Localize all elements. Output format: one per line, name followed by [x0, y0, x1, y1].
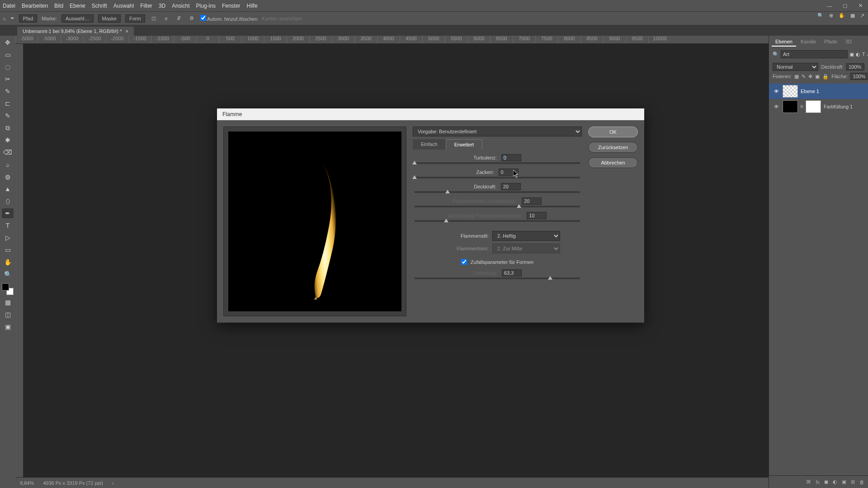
- link-icon[interactable]: ⌘: [806, 479, 811, 485]
- ok-button[interactable]: OK: [588, 127, 638, 137]
- panel-tab-pfade[interactable]: Pfade: [821, 38, 841, 47]
- menu-filter[interactable]: Filter: [140, 3, 152, 9]
- search-icon[interactable]: 🔍: [817, 13, 824, 19]
- tool-11[interactable]: ◍: [2, 172, 14, 182]
- tool-3[interactable]: ✂: [2, 74, 14, 84]
- group-icon[interactable]: ▣: [842, 479, 846, 485]
- deck-slider[interactable]: [415, 191, 580, 193]
- menu-bild[interactable]: Bild: [54, 3, 63, 9]
- tool-14[interactable]: ✒: [2, 208, 14, 218]
- share-icon[interactable]: ↗: [860, 13, 864, 19]
- tool-extra[interactable]: ◫: [2, 310, 14, 319]
- layer-row[interactable]: 👁Ebene 1: [769, 84, 868, 99]
- tool-4[interactable]: ✎: [2, 86, 14, 96]
- panel-tab-kanäle[interactable]: Kanäle: [797, 38, 820, 47]
- lock-position-icon[interactable]: ✎: [802, 74, 806, 80]
- home-icon[interactable]: ⌂: [3, 16, 6, 21]
- path-ops-icon[interactable]: ◫: [150, 14, 158, 23]
- menu-datei[interactable]: Datei: [3, 3, 15, 9]
- maximize-button[interactable]: ▢: [837, 0, 853, 11]
- tool-12[interactable]: ▲: [2, 184, 14, 194]
- shape-button[interactable]: Form: [125, 14, 145, 23]
- tab-advanced[interactable]: Erweitert: [446, 139, 482, 150]
- random-params-checkbox[interactable]: [461, 259, 467, 265]
- lock-pixels-icon[interactable]: ▦: [794, 74, 799, 80]
- hand-icon[interactable]: ✋: [839, 13, 845, 19]
- flame-style-label: Flammenstil:: [434, 233, 489, 239]
- menu-hilfe[interactable]: Hilfe: [247, 3, 258, 9]
- layer-row[interactable]: 👁⎘Farbfüllung 1: [769, 99, 868, 114]
- selection-button[interactable]: Auswahl…: [61, 14, 94, 23]
- document-tab[interactable]: Unbenannt-1 bei 9,84% (Ebene 1, RGB/8#) …: [17, 27, 134, 36]
- panel-tab-ebenen[interactable]: Ebenen: [772, 38, 796, 47]
- close-button[interactable]: ✕: [853, 0, 868, 11]
- turb-slider[interactable]: [415, 162, 580, 164]
- cancel-button[interactable]: Abbrechen: [588, 157, 638, 168]
- menu-ansicht[interactable]: Ansicht: [172, 3, 189, 9]
- adjust-icon[interactable]: ◐: [833, 479, 837, 485]
- visibility-icon[interactable]: 👁: [773, 104, 780, 109]
- tool-2[interactable]: ◌: [2, 62, 14, 72]
- mask-button[interactable]: Maske: [98, 14, 121, 23]
- workspace-icon[interactable]: ▦: [850, 13, 855, 19]
- auto-add-checkbox[interactable]: [200, 15, 206, 21]
- zack-slider[interactable]: [415, 177, 580, 178]
- opacity-input[interactable]: [846, 63, 864, 70]
- fx-icon[interactable]: fx: [816, 479, 820, 485]
- menu-bearbeiten[interactable]: Bearbeiten: [22, 3, 48, 9]
- tool-18[interactable]: ✋: [2, 257, 14, 267]
- menu-auswahl[interactable]: Auswahl: [113, 3, 134, 9]
- lock-move-icon[interactable]: ✥: [808, 74, 812, 80]
- tool-13[interactable]: ⬯: [2, 196, 14, 206]
- zack-value[interactable]: 0: [499, 169, 519, 176]
- close-tab-icon[interactable]: ×: [126, 28, 128, 34]
- panel-tab-3d[interactable]: 3D: [842, 38, 855, 47]
- minimize-button[interactable]: —: [822, 0, 837, 11]
- filter-type-icon[interactable]: T: [862, 50, 865, 58]
- tool-6[interactable]: ✎: [2, 111, 14, 121]
- preset-select[interactable]: Vorgabe: Benutzerdefiniert: [413, 127, 582, 136]
- turb-value[interactable]: 0: [501, 154, 521, 161]
- align-icon[interactable]: ≡: [162, 14, 170, 23]
- menu-fenster[interactable]: Fenster: [222, 3, 241, 9]
- tool-10[interactable]: ⌕: [2, 160, 14, 169]
- zoom-level[interactable]: 9,84%: [20, 480, 34, 486]
- reset-button[interactable]: Zurücksetzen: [588, 142, 638, 153]
- layer-filter-input[interactable]: [781, 50, 848, 58]
- lock-all-icon[interactable]: 🔒: [822, 74, 829, 80]
- status-chevron-icon[interactable]: ›: [112, 480, 114, 486]
- trash-icon[interactable]: 🗑: [859, 479, 864, 485]
- tool-extra[interactable]: ▣: [2, 322, 14, 332]
- menu-plug-ins[interactable]: Plug-ins: [196, 3, 216, 9]
- tool-9[interactable]: ⌫: [2, 147, 14, 157]
- menu-schrift[interactable]: Schrift: [92, 3, 107, 9]
- arrange-icon[interactable]: ⇵: [175, 14, 183, 23]
- deck-value[interactable]: 20: [501, 183, 521, 190]
- blend-mode-select[interactable]: Normal: [773, 63, 818, 71]
- tab-simple[interactable]: Einfach: [413, 139, 446, 150]
- tool-0[interactable]: ✥: [2, 38, 14, 47]
- menu-3d[interactable]: 3D: [159, 3, 165, 9]
- tool-7[interactable]: ⧉: [2, 123, 14, 133]
- lock-artboard-icon[interactable]: ▣: [815, 74, 820, 80]
- tool-17[interactable]: ▭: [2, 245, 14, 255]
- new-layer-icon[interactable]: ⊞: [851, 479, 855, 485]
- filter-adjust-icon[interactable]: ◐: [856, 50, 860, 58]
- tool-8[interactable]: ✱: [2, 135, 14, 145]
- mode-select[interactable]: Pfad: [19, 14, 38, 23]
- tool-15[interactable]: T: [2, 221, 14, 230]
- mask-icon[interactable]: ◼: [824, 479, 828, 485]
- tool-extra[interactable]: ▦: [2, 297, 14, 307]
- zoom-icon[interactable]: ⊕: [829, 13, 833, 19]
- fill-input[interactable]: [850, 73, 868, 80]
- flame-style-select[interactable]: 2. Heftig: [492, 231, 560, 241]
- color-swatches[interactable]: [2, 283, 14, 295]
- tool-5[interactable]: ⊏: [2, 99, 14, 108]
- filter-image-icon[interactable]: ▣: [849, 50, 854, 58]
- gear-icon[interactable]: ⚙: [188, 14, 196, 23]
- tool-1[interactable]: ▭: [2, 50, 14, 60]
- tool-19[interactable]: 🔍: [2, 269, 14, 279]
- tool-16[interactable]: ▷: [2, 233, 14, 243]
- menu-ebene[interactable]: Ebene: [70, 3, 85, 9]
- visibility-icon[interactable]: 👁: [773, 89, 780, 94]
